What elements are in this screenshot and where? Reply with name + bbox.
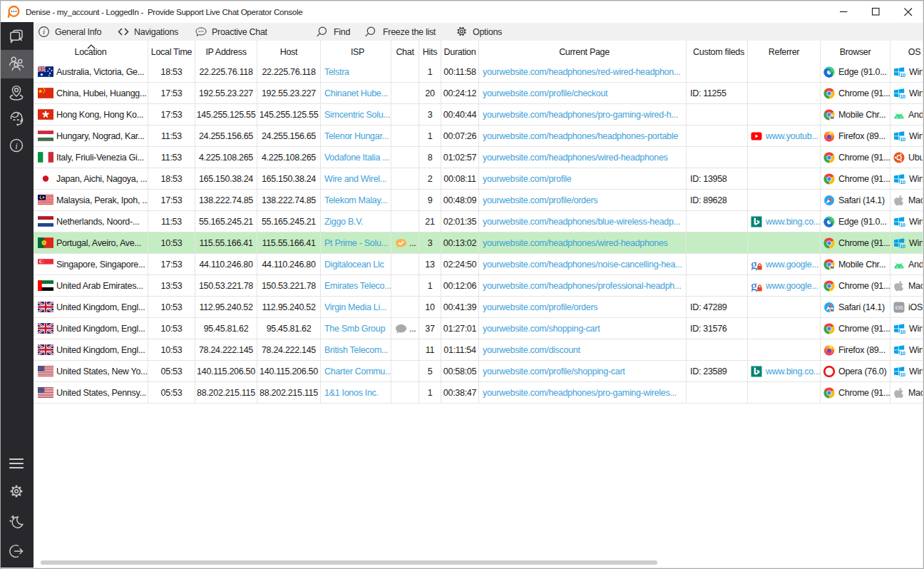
svg-text:i: i: [15, 140, 18, 151]
svg-text:M: M: [830, 115, 833, 120]
svg-text:10: 10: [900, 72, 905, 78]
svg-text:iOS: iOS: [895, 304, 903, 309]
svg-text:g: g: [751, 259, 757, 270]
svg-text:10: 10: [900, 371, 905, 377]
svg-text:10: 10: [900, 329, 905, 334]
svg-text:10: 10: [900, 222, 905, 227]
svg-text:g: g: [751, 280, 757, 292]
svg-text:10: 10: [900, 93, 905, 99]
svg-text:i: i: [43, 27, 45, 36]
svg-text:10: 10: [900, 136, 905, 142]
svg-text:10: 10: [900, 243, 905, 249]
svg-text:10: 10: [900, 350, 905, 356]
svg-text:10: 10: [900, 179, 905, 185]
svg-text:M: M: [830, 307, 833, 312]
svg-text:M: M: [830, 265, 833, 270]
